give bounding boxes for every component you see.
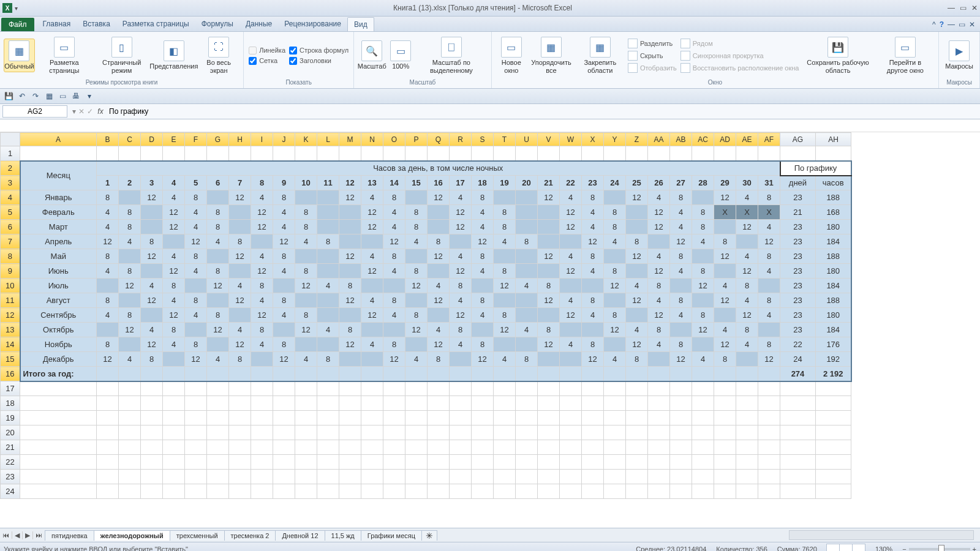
cell[interactable] xyxy=(714,367,736,381)
cell[interactable]: 8 xyxy=(405,220,428,234)
cell[interactable] xyxy=(692,484,714,499)
cell[interactable]: 12 xyxy=(582,352,604,367)
cell[interactable] xyxy=(736,440,758,455)
cell[interactable] xyxy=(361,455,383,470)
cell[interactable]: 4 xyxy=(626,279,648,293)
cell[interactable] xyxy=(339,234,361,249)
cell[interactable] xyxy=(141,146,163,161)
cell[interactable] xyxy=(229,425,251,440)
cell[interactable] xyxy=(273,440,295,455)
cell[interactable] xyxy=(339,220,361,234)
cell[interactable] xyxy=(560,396,582,411)
cell[interactable]: 12 xyxy=(405,279,428,293)
cell[interactable]: 8 xyxy=(339,323,361,337)
cell[interactable]: 4 xyxy=(383,264,405,279)
row-header[interactable]: 9 xyxy=(1,264,20,279)
cell[interactable]: 8 xyxy=(97,337,119,352)
cell[interactable] xyxy=(450,440,472,455)
cell[interactable]: 4 xyxy=(273,308,295,323)
cell[interactable] xyxy=(714,425,736,440)
column-header[interactable]: F xyxy=(185,133,207,146)
row-header[interactable]: 14 xyxy=(1,337,20,352)
cell[interactable] xyxy=(472,425,494,440)
cell[interactable] xyxy=(163,440,185,455)
cell[interactable] xyxy=(516,146,538,161)
cell[interactable]: Итого за год: xyxy=(20,367,97,381)
row-header[interactable]: 1 xyxy=(1,146,20,161)
cell[interactable] xyxy=(163,484,185,499)
cell[interactable]: 8 xyxy=(538,279,560,293)
cell[interactable]: 4 xyxy=(163,249,185,264)
cell[interactable]: 8 xyxy=(758,249,780,264)
switch-window-button[interactable]: ▭Перейти в другое окно xyxy=(876,36,935,75)
cell[interactable]: 12 xyxy=(626,293,648,308)
redo-icon[interactable]: ↷ xyxy=(31,91,40,101)
cell[interactable]: 4 xyxy=(273,205,295,220)
cell[interactable]: 4 xyxy=(361,249,383,264)
cell[interactable]: 28 xyxy=(692,176,714,190)
column-header[interactable]: M xyxy=(339,133,361,146)
cell[interactable]: 8 xyxy=(626,352,648,367)
cell[interactable] xyxy=(20,381,97,396)
cell[interactable] xyxy=(295,455,317,470)
row-header[interactable]: 24 xyxy=(1,484,20,499)
cell[interactable] xyxy=(516,308,538,323)
cell[interactable]: 8 xyxy=(163,279,185,293)
cell[interactable] xyxy=(626,308,648,323)
cell[interactable]: 12 xyxy=(648,308,670,323)
column-header[interactable]: O xyxy=(383,133,405,146)
cell[interactable] xyxy=(428,146,450,161)
cell[interactable] xyxy=(119,337,141,352)
cell[interactable]: 12 xyxy=(207,323,229,337)
cell[interactable] xyxy=(692,396,714,411)
cell[interactable]: 8 xyxy=(97,293,119,308)
cell[interactable]: 12 xyxy=(405,323,428,337)
cell[interactable]: 12 xyxy=(604,323,626,337)
cell[interactable] xyxy=(141,264,163,279)
formula-input[interactable] xyxy=(108,106,980,117)
cell[interactable]: 12 xyxy=(383,352,405,367)
cell[interactable] xyxy=(516,220,538,234)
cell[interactable]: 12 xyxy=(648,220,670,234)
cell[interactable]: 12 xyxy=(339,337,361,352)
cell[interactable] xyxy=(229,205,251,220)
cell[interactable] xyxy=(582,381,604,396)
cell[interactable]: 23 xyxy=(780,323,816,337)
cell[interactable] xyxy=(20,440,97,455)
cell[interactable]: 4 xyxy=(648,190,670,205)
cell[interactable] xyxy=(604,455,626,470)
cell[interactable]: 12 xyxy=(428,337,450,352)
cell[interactable] xyxy=(670,425,692,440)
column-header[interactable]: AF xyxy=(758,133,780,146)
cell[interactable] xyxy=(251,455,273,470)
cell[interactable] xyxy=(648,425,670,440)
cell[interactable]: 12 xyxy=(119,323,141,337)
cell[interactable]: 12 xyxy=(758,234,780,249)
cell[interactable] xyxy=(648,146,670,161)
cell[interactable] xyxy=(604,337,626,352)
cell[interactable] xyxy=(295,425,317,440)
cell[interactable]: Апрель xyxy=(20,234,97,249)
cell[interactable] xyxy=(317,220,339,234)
cell[interactable]: 4 xyxy=(714,279,736,293)
cell[interactable] xyxy=(736,146,758,161)
cell[interactable]: 12 xyxy=(538,249,560,264)
zoom-100-button[interactable]: ▭100% xyxy=(387,39,414,71)
cell[interactable]: 184 xyxy=(816,323,851,337)
cell[interactable] xyxy=(361,425,383,440)
cell[interactable]: 4 xyxy=(119,352,141,367)
column-header[interactable]: G xyxy=(207,133,229,146)
sheet-nav-last-icon[interactable]: ⏭ xyxy=(33,531,45,539)
cell[interactable] xyxy=(141,440,163,455)
view-buttons[interactable] xyxy=(827,544,865,551)
cell[interactable]: 4 xyxy=(405,352,428,367)
cell[interactable] xyxy=(648,234,670,249)
cell[interactable] xyxy=(780,455,816,470)
cell[interactable] xyxy=(20,411,97,425)
cell[interactable] xyxy=(714,411,736,425)
headings-checkbox[interactable]: Заголовки xyxy=(288,56,350,66)
cell[interactable]: 4 xyxy=(472,264,494,279)
cell[interactable]: 12 xyxy=(229,337,251,352)
cell[interactable] xyxy=(428,220,450,234)
arrange-button[interactable]: ▦Упорядочить все xyxy=(529,36,574,75)
